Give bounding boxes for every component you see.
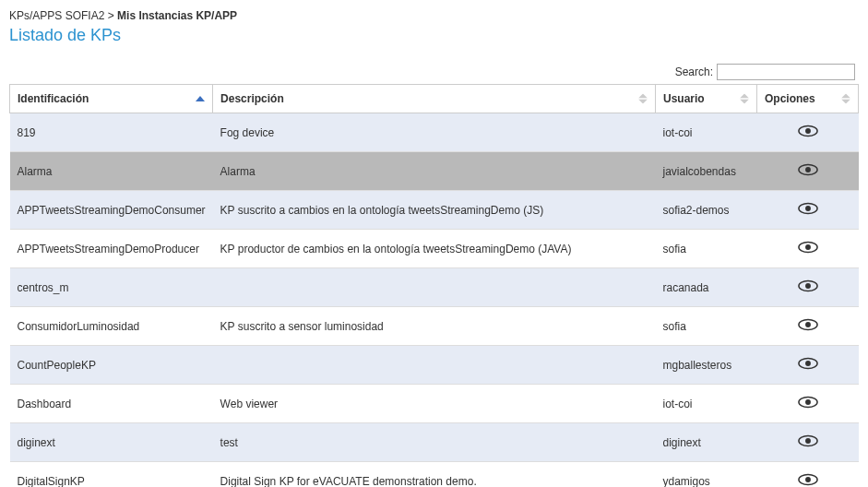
search-label: Search: <box>675 65 713 78</box>
cell-id: DigitalSignKP <box>10 462 213 488</box>
sort-icon <box>740 94 749 104</box>
cell-user: ydamigos <box>656 462 757 488</box>
table-row[interactable]: AlarmaAlarmajavialcobendas <box>10 152 859 191</box>
svg-point-14 <box>805 244 811 250</box>
cell-id: Dashboard <box>10 385 213 423</box>
cell-id: APPTweetsStreamingDemoConsumer <box>10 191 213 230</box>
svg-point-20 <box>805 361 811 366</box>
cell-id: diginext <box>10 423 213 462</box>
cell-desc: KP suscrito a cambios en la ontología tw… <box>213 191 656 230</box>
svg-point-24 <box>805 438 811 444</box>
view-icon[interactable] <box>798 244 818 256</box>
cell-id: centros_m <box>10 268 213 307</box>
col-header-desc[interactable]: Descripción <box>213 85 656 113</box>
cell-user: mgballesteros <box>656 346 757 385</box>
svg-marker-4 <box>740 100 749 104</box>
breadcrumb: KPs/APPS SOFIA2 > Mis Instancias KP/APP <box>9 9 859 22</box>
col-header-opt[interactable]: Opciones <box>757 85 859 113</box>
table-row[interactable]: 819Fog deviceiot-coi <box>10 113 859 152</box>
cell-opt <box>757 307 859 346</box>
table-row[interactable]: APPTweetsStreamingDemoProducerKP product… <box>10 230 859 268</box>
view-icon[interactable] <box>798 166 818 179</box>
svg-point-26 <box>805 477 811 482</box>
svg-marker-2 <box>638 100 648 104</box>
cell-opt <box>757 346 859 385</box>
cell-user: iot-coi <box>656 113 757 152</box>
search-row: Search: <box>9 64 859 80</box>
col-header-user-label: Usuario <box>663 92 705 105</box>
cell-id: CountPeopleKP <box>10 346 213 385</box>
cell-user: racanada <box>656 268 757 307</box>
col-header-desc-label: Descripción <box>220 92 284 105</box>
table-row[interactable]: DashboardWeb vieweriot-coi <box>10 385 859 423</box>
search-input[interactable] <box>717 64 855 80</box>
view-icon[interactable] <box>798 398 818 411</box>
table-row[interactable]: diginexttestdiginext <box>10 423 859 462</box>
view-icon[interactable] <box>798 205 818 218</box>
sort-icon <box>638 94 648 104</box>
view-icon[interactable] <box>798 476 818 487</box>
svg-point-12 <box>805 206 811 211</box>
col-header-user[interactable]: Usuario <box>656 85 757 113</box>
view-icon[interactable] <box>798 127 818 140</box>
cell-opt <box>757 385 859 423</box>
svg-marker-6 <box>841 100 850 104</box>
cell-id: 819 <box>10 113 213 152</box>
cell-desc: Fog device <box>213 113 656 152</box>
cell-user: iot-coi <box>656 385 757 423</box>
col-header-opt-label: Opciones <box>765 92 815 105</box>
cell-desc: Digital Sign KP for eVACUATE demonstrati… <box>213 462 656 488</box>
sort-icon <box>841 94 850 104</box>
breadcrumb-parent[interactable]: KPs/APPS SOFIA2 <box>9 9 104 22</box>
svg-point-22 <box>805 399 811 405</box>
cell-opt <box>757 462 859 488</box>
svg-point-10 <box>805 167 811 172</box>
table-row[interactable]: ConsumidorLuminosidadKP suscrito a senso… <box>10 307 859 346</box>
col-header-id[interactable]: Identificación <box>10 85 213 113</box>
cell-opt <box>757 113 859 152</box>
table-row[interactable]: DigitalSignKPDigital Sign KP for eVACUAT… <box>10 462 859 488</box>
cell-opt <box>757 152 859 191</box>
table-row[interactable]: centros_mracanada <box>10 268 859 307</box>
cell-opt <box>757 268 859 307</box>
cell-opt <box>757 423 859 462</box>
view-icon[interactable] <box>798 282 818 295</box>
cell-id: ConsumidorLuminosidad <box>10 307 213 346</box>
svg-point-8 <box>805 128 811 134</box>
svg-point-18 <box>805 322 811 327</box>
svg-point-16 <box>805 283 811 289</box>
cell-id: APPTweetsStreamingDemoProducer <box>10 230 213 268</box>
table-row[interactable]: CountPeopleKPmgballesteros <box>10 346 859 385</box>
view-icon[interactable] <box>798 437 818 450</box>
view-icon[interactable] <box>798 360 818 373</box>
cell-user: sofia <box>656 230 757 268</box>
svg-marker-1 <box>638 94 648 99</box>
cell-opt <box>757 191 859 230</box>
breadcrumb-sep: > <box>108 9 114 22</box>
cell-user: diginext <box>656 423 757 462</box>
kp-table: Identificación Descripción Usuario <box>9 84 859 487</box>
cell-user: sofia <box>656 307 757 346</box>
svg-marker-3 <box>740 94 749 99</box>
sort-asc-icon <box>196 96 205 101</box>
cell-desc: KP suscrito a sensor luminosidad <box>213 307 656 346</box>
cell-user: sofia2-demos <box>656 191 757 230</box>
cell-user: javialcobendas <box>656 152 757 191</box>
table-row[interactable]: APPTweetsStreamingDemoConsumerKP suscrit… <box>10 191 859 230</box>
cell-desc: Alarma <box>213 152 656 191</box>
cell-desc <box>213 268 656 307</box>
cell-desc <box>213 346 656 385</box>
cell-desc: Web viewer <box>213 385 656 423</box>
cell-desc: test <box>213 423 656 462</box>
view-icon[interactable] <box>798 321 818 334</box>
cell-opt <box>757 230 859 268</box>
cell-id: Alarma <box>10 152 213 191</box>
page-title: Listado de KPs <box>9 26 859 45</box>
svg-marker-5 <box>841 94 850 99</box>
breadcrumb-current: Mis Instancias KP/APP <box>117 9 237 22</box>
cell-desc: KP productor de cambios en la ontología … <box>213 230 656 268</box>
col-header-id-label: Identificación <box>18 92 89 105</box>
svg-marker-0 <box>196 96 205 101</box>
